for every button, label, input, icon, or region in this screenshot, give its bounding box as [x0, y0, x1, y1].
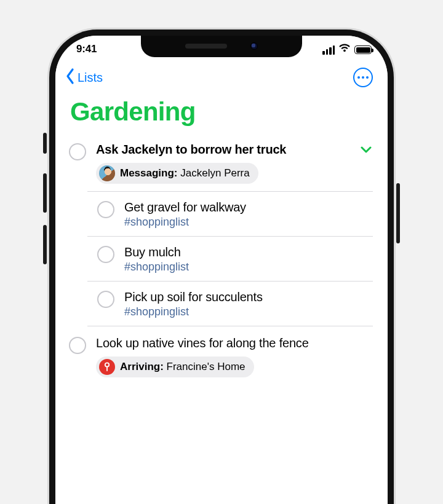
reminder-subitem[interactable]: Pick up soil for succulents #shoppinglis…: [87, 281, 373, 326]
location-pin-icon: [99, 359, 115, 375]
reminder-item[interactable]: Ask Jackelyn to borrow her truck Messagi…: [55, 136, 388, 191]
page-title: Gardening: [55, 92, 388, 136]
reminder-title: Buy mulch: [124, 245, 365, 259]
reminder-tag[interactable]: #shoppinglist: [124, 216, 365, 229]
back-button[interactable]: Lists: [64, 68, 103, 88]
pill-value: Francine's Home: [167, 361, 245, 372]
wifi-icon: [338, 44, 351, 56]
complete-toggle[interactable]: [69, 143, 86, 160]
complete-toggle[interactable]: [69, 337, 86, 354]
notch: [141, 35, 302, 57]
reminder-subitem[interactable]: Buy mulch #shoppinglist: [87, 236, 373, 281]
ellipsis-icon: [357, 76, 369, 79]
avatar: [99, 165, 115, 181]
reminder-tag[interactable]: #shoppinglist: [124, 261, 365, 274]
expand-toggle[interactable]: [361, 145, 372, 156]
reminder-title: Pick up soil for succulents: [124, 290, 365, 304]
reminder-tag[interactable]: #shoppinglist: [124, 305, 365, 318]
messaging-pill[interactable]: Messaging: Jackelyn Perra: [96, 163, 258, 184]
pill-prefix: Arriving:: [120, 361, 164, 372]
subtask-list: Get gravel for walkway #shoppinglist Buy…: [55, 191, 388, 326]
complete-toggle[interactable]: [97, 246, 114, 263]
reminder-title: Ask Jackelyn to borrow her truck: [96, 143, 356, 157]
reminder-title: Get gravel for walkway: [124, 200, 365, 215]
pill-value: Jackelyn Perra: [180, 167, 249, 179]
location-pill[interactable]: Arriving: Francine's Home: [96, 356, 254, 377]
complete-toggle[interactable]: [97, 201, 114, 218]
back-label: Lists: [78, 71, 103, 85]
reminder-subitem[interactable]: Get gravel for walkway #shoppinglist: [87, 191, 373, 236]
pill-prefix: Messaging:: [120, 167, 178, 179]
nav-bar: Lists: [55, 65, 388, 92]
cellular-icon: [322, 45, 335, 55]
chevron-down-icon: [361, 145, 372, 154]
more-button[interactable]: [353, 68, 373, 87]
phone-frame: 9:41: [49, 30, 394, 504]
battery-icon: [354, 45, 372, 54]
chevron-left-icon: [64, 68, 76, 88]
reminder-title: Look up native vines for along the fence: [96, 336, 373, 350]
status-time: 9:41: [76, 43, 97, 55]
screen: 9:41: [55, 36, 388, 504]
reminder-item[interactable]: Look up native vines for along the fence…: [55, 326, 388, 385]
complete-toggle[interactable]: [97, 291, 114, 308]
